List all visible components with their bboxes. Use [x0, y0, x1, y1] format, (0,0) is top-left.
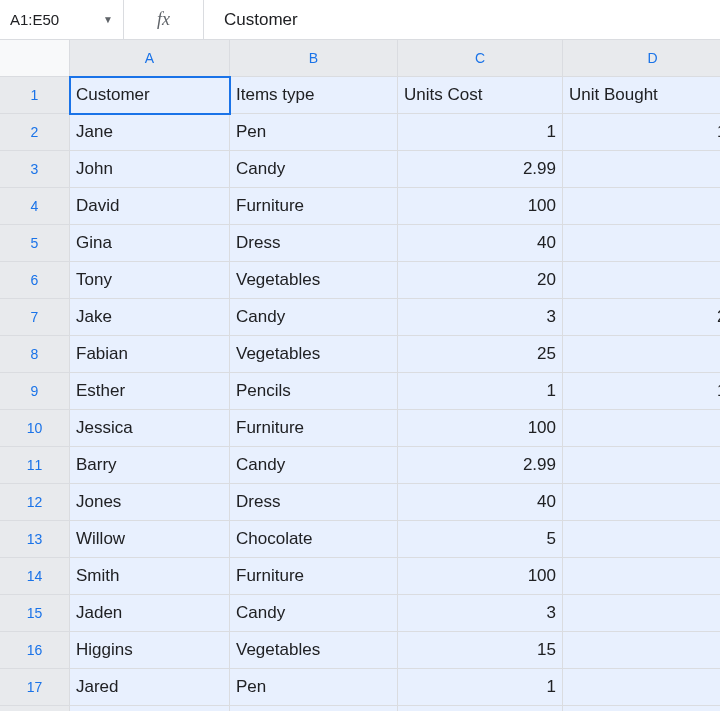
cell-A1[interactable]: Customer — [70, 77, 230, 114]
cell-A5[interactable]: Gina — [70, 225, 230, 262]
col-header-A[interactable]: A — [70, 40, 230, 77]
cell-A2[interactable]: Jane — [70, 114, 230, 151]
cell-D1[interactable]: Unit Bought — [563, 77, 720, 114]
cell-D10[interactable]: 2 — [563, 410, 720, 447]
cell-A17[interactable]: Jared — [70, 669, 230, 706]
row-header-18[interactable]: 18 — [0, 706, 70, 711]
cell-C6[interactable]: 20 — [398, 262, 563, 299]
cell-D4[interactable]: 1 — [563, 188, 720, 225]
row-header-1[interactable]: 1 — [0, 77, 70, 114]
row-header-12[interactable]: 12 — [0, 484, 70, 521]
cell-C13[interactable]: 5 — [398, 521, 563, 558]
cell-A9[interactable]: Esther — [70, 373, 230, 410]
cell-A3[interactable]: John — [70, 151, 230, 188]
select-all-corner[interactable] — [0, 40, 70, 77]
row-header-9[interactable]: 9 — [0, 373, 70, 410]
cell-A15[interactable]: Jaden — [70, 595, 230, 632]
cell-C2[interactable]: 1 — [398, 114, 563, 151]
cell-A18[interactable]: Ayo — [70, 706, 230, 711]
row-header-14[interactable]: 14 — [0, 558, 70, 595]
cell-C16[interactable]: 15 — [398, 632, 563, 669]
row-header-10[interactable]: 10 — [0, 410, 70, 447]
cell-C1[interactable]: Units Cost — [398, 77, 563, 114]
cell-A16[interactable]: Higgins — [70, 632, 230, 669]
row-header-8[interactable]: 8 — [0, 336, 70, 373]
cell-D6[interactable]: 6 — [563, 262, 720, 299]
cell-B9[interactable]: Pencils — [230, 373, 398, 410]
cell-B2[interactable]: Pen — [230, 114, 398, 151]
cell-C12[interactable]: 40 — [398, 484, 563, 521]
cell-D18[interactable]: 9 — [563, 706, 720, 711]
cell-D14[interactable]: 2 — [563, 558, 720, 595]
cell-C18[interactable]: 1 — [398, 706, 563, 711]
cell-B7[interactable]: Candy — [230, 299, 398, 336]
cell-C10[interactable]: 100 — [398, 410, 563, 447]
cell-C8[interactable]: 25 — [398, 336, 563, 373]
cell-B17[interactable]: Pen — [230, 669, 398, 706]
row-header-11[interactable]: 11 — [0, 447, 70, 484]
cell-B3[interactable]: Candy — [230, 151, 398, 188]
cell-D5[interactable]: 5 — [563, 225, 720, 262]
cell-D12[interactable]: 7 — [563, 484, 720, 521]
cell-C5[interactable]: 40 — [398, 225, 563, 262]
cell-B18[interactable]: Pen — [230, 706, 398, 711]
cell-A6[interactable]: Tony — [70, 262, 230, 299]
cell-A4[interactable]: David — [70, 188, 230, 225]
row-header-15[interactable]: 15 — [0, 595, 70, 632]
cell-B12[interactable]: Dress — [230, 484, 398, 521]
spreadsheet-grid[interactable]: ABCD1CustomerItems typeUnits CostUnit Bo… — [0, 40, 720, 711]
cell-B14[interactable]: Furniture — [230, 558, 398, 595]
cell-B6[interactable]: Vegetables — [230, 262, 398, 299]
cell-B1[interactable]: Items type — [230, 77, 398, 114]
cell-C7[interactable]: 3 — [398, 299, 563, 336]
cell-A11[interactable]: Barry — [70, 447, 230, 484]
row-header-5[interactable]: 5 — [0, 225, 70, 262]
col-header-C[interactable]: C — [398, 40, 563, 77]
cell-D13[interactable]: 2 — [563, 521, 720, 558]
cell-A14[interactable]: Smith — [70, 558, 230, 595]
cell-C17[interactable]: 1 — [398, 669, 563, 706]
name-box[interactable]: A1:E50 ▼ — [0, 0, 124, 39]
row-header-7[interactable]: 7 — [0, 299, 70, 336]
cell-B13[interactable]: Chocolate — [230, 521, 398, 558]
cell-B16[interactable]: Vegetables — [230, 632, 398, 669]
cell-D15[interactable]: 1 — [563, 595, 720, 632]
col-header-B[interactable]: B — [230, 40, 398, 77]
row-header-16[interactable]: 16 — [0, 632, 70, 669]
row-header-17[interactable]: 17 — [0, 669, 70, 706]
cell-C15[interactable]: 3 — [398, 595, 563, 632]
cell-D8[interactable]: 2 — [563, 336, 720, 373]
chevron-down-icon[interactable]: ▼ — [103, 14, 113, 25]
row-header-6[interactable]: 6 — [0, 262, 70, 299]
cell-D17[interactable]: 2 — [563, 669, 720, 706]
cell-A13[interactable]: Willow — [70, 521, 230, 558]
row-header-2[interactable]: 2 — [0, 114, 70, 151]
cell-C9[interactable]: 1 — [398, 373, 563, 410]
cell-D11[interactable]: 5 — [563, 447, 720, 484]
row-header-13[interactable]: 13 — [0, 521, 70, 558]
cell-A7[interactable]: Jake — [70, 299, 230, 336]
row-header-4[interactable]: 4 — [0, 188, 70, 225]
cell-D7[interactable]: 20 — [563, 299, 720, 336]
cell-C3[interactable]: 2.99 — [398, 151, 563, 188]
cell-A10[interactable]: Jessica — [70, 410, 230, 447]
col-header-D[interactable]: D — [563, 40, 720, 77]
cell-C4[interactable]: 100 — [398, 188, 563, 225]
cell-A12[interactable]: Jones — [70, 484, 230, 521]
cell-C11[interactable]: 2.99 — [398, 447, 563, 484]
cell-B10[interactable]: Furniture — [230, 410, 398, 447]
cell-B5[interactable]: Dress — [230, 225, 398, 262]
cell-B4[interactable]: Furniture — [230, 188, 398, 225]
cell-D16[interactable]: 6 — [563, 632, 720, 669]
cell-D2[interactable]: 10 — [563, 114, 720, 151]
cell-B8[interactable]: Vegetables — [230, 336, 398, 373]
cell-D3[interactable]: 2 — [563, 151, 720, 188]
formula-input[interactable]: Customer — [204, 0, 720, 39]
cell-B11[interactable]: Candy — [230, 447, 398, 484]
cell-D9[interactable]: 10 — [563, 373, 720, 410]
row-header-3[interactable]: 3 — [0, 151, 70, 188]
cell-B15[interactable]: Candy — [230, 595, 398, 632]
cell-C14[interactable]: 100 — [398, 558, 563, 595]
cell-A8[interactable]: Fabian — [70, 336, 230, 373]
formula-bar: A1:E50 ▼ fx Customer — [0, 0, 720, 40]
